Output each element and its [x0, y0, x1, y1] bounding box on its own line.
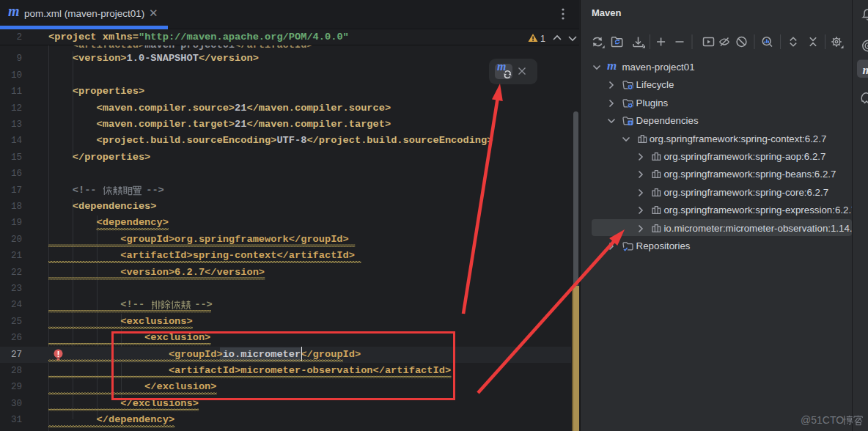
svg-text:m: m	[863, 63, 868, 77]
svg-text:1: 1	[540, 34, 545, 44]
